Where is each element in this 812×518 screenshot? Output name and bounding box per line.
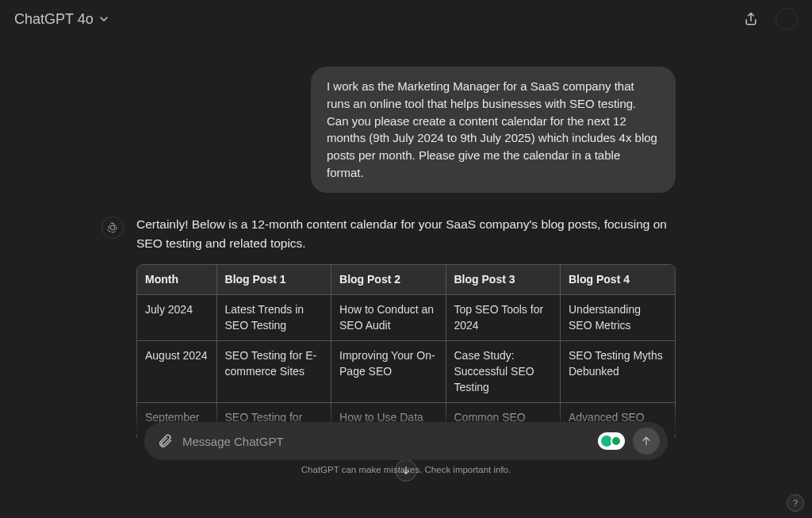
model-label: ChatGPT 4o — [14, 11, 94, 28]
col-post-3: Blog Post 3 — [446, 265, 560, 295]
send-button[interactable] — [633, 428, 660, 455]
paperclip-icon — [157, 433, 173, 449]
share-icon — [743, 11, 759, 27]
assistant-message-row: Certainly! Below is a 12-month content c… — [136, 215, 676, 439]
cell-post: How to Conduct an SEO Audit — [331, 295, 446, 341]
header-actions — [741, 8, 798, 30]
table-header-row: Month Blog Post 1 Blog Post 2 Blog Post … — [137, 265, 675, 295]
table-row: July 2024Latest Trends in SEO TestingHow… — [137, 295, 675, 341]
assistant-intro: Certainly! Below is a 12-month content c… — [136, 215, 676, 253]
message-input[interactable] — [181, 434, 590, 449]
conversation-area: I work as the Marketing Manager for a Sa… — [0, 35, 812, 479]
cell-post: Case Study: Successful SEO Testing — [446, 341, 560, 403]
cell-month: August 2024 — [137, 341, 216, 403]
user-message: I work as the Marketing Manager for a Sa… — [311, 67, 676, 193]
content-calendar-table: Month Blog Post 1 Blog Post 2 Blog Post … — [136, 264, 676, 438]
cell-post: Understanding SEO Metrics — [560, 295, 675, 341]
user-message-row: I work as the Marketing Manager for a Sa… — [136, 67, 676, 193]
table-row: August 2024SEO Testing for E-commerce Si… — [137, 341, 675, 403]
col-post-2: Blog Post 2 — [331, 265, 446, 295]
openai-icon — [106, 221, 119, 234]
col-post-4: Blog Post 4 — [560, 265, 675, 295]
cell-post: SEO Testing for E-commerce Sites — [216, 341, 331, 403]
grammarly-icon — [611, 436, 622, 447]
extension-badge[interactable] — [598, 432, 625, 450]
assistant-message: Certainly! Below is a 12-month content c… — [136, 215, 676, 439]
model-selector[interactable]: ChatGPT 4o — [14, 11, 109, 28]
cell-post: Latest Trends in SEO Testing — [216, 295, 331, 341]
share-button[interactable] — [741, 9, 761, 29]
footnote: ChatGPT can make mistakes. Check importa… — [0, 465, 812, 474]
composer — [144, 422, 668, 460]
cell-post: SEO Testing Myths Debunked — [560, 341, 675, 403]
attach-button[interactable] — [157, 433, 173, 449]
header: ChatGPT 4o — [0, 0, 812, 35]
arrow-up-icon — [640, 435, 653, 447]
chevron-down-icon — [98, 13, 109, 25]
help-button[interactable]: ? — [787, 494, 804, 512]
assistant-avatar — [102, 217, 124, 239]
cell-post: Improving Your On-Page SEO — [331, 341, 446, 403]
cell-post: Top SEO Tools for 2024 — [446, 295, 560, 341]
col-post-1: Blog Post 1 — [216, 265, 331, 295]
composer-area: ChatGPT can make mistakes. Check importa… — [0, 422, 812, 479]
col-month: Month — [137, 265, 216, 295]
cell-month: July 2024 — [137, 295, 216, 341]
svg-point-0 — [110, 225, 115, 230]
help-label: ? — [793, 498, 798, 508]
avatar[interactable] — [776, 8, 798, 30]
